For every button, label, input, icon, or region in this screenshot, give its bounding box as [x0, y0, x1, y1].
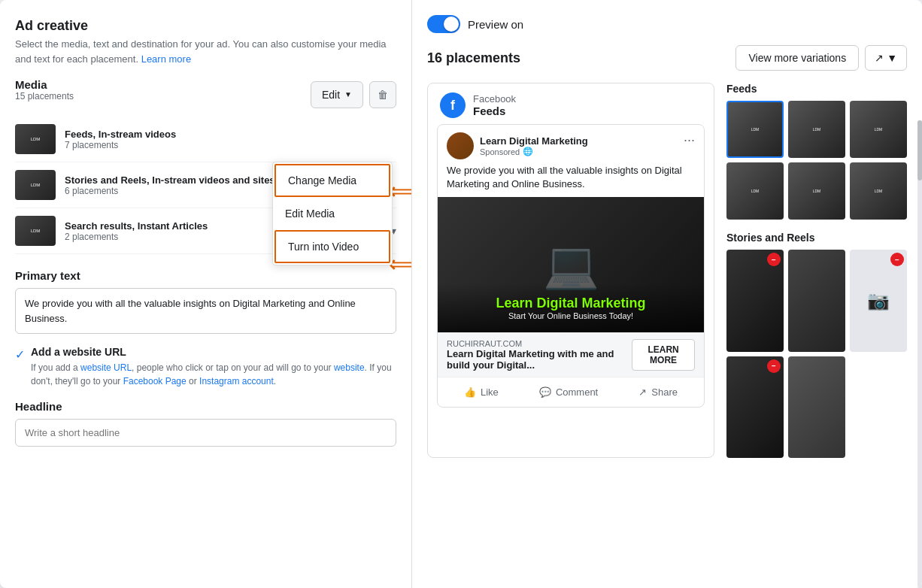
feeds-section-title: Feeds [726, 83, 907, 95]
ad-avatar [447, 132, 474, 159]
left-panel: Ad creative Select the media, text and d… [0, 0, 412, 588]
thumbnail-2[interactable]: LDM [788, 101, 845, 158]
ad-cta-info: RUCHIRRAUT.COM Learn Digital Marketing w… [447, 339, 632, 371]
ad-profile-info: Learn Digital Marketing Sponsored 🌐 [480, 135, 588, 156]
thumbnail-3[interactable]: LDM [850, 101, 907, 158]
stories-thumbnail: LDM [15, 170, 56, 200]
edit-media-item[interactable]: Edit Media [273, 199, 392, 229]
thumbnail-5[interactable]: LDM [788, 162, 845, 220]
media-actions: Edit ▼ 🗑 [311, 81, 396, 108]
ad-profile: Learn Digital Marketing Sponsored 🌐 [447, 132, 588, 159]
fb-feeds-label: Feeds [473, 105, 516, 117]
export-icon: ↗ [875, 52, 884, 64]
ad-image-overlay: Learn Digital Marketing Start Your Onlin… [438, 283, 704, 332]
ad-image: 💻 Learn Digital Marketing Start Your Onl… [438, 197, 704, 332]
story-thumb-inner-2 [788, 250, 845, 352]
placements-count: 16 placements [427, 50, 520, 66]
media-item-feeds: LDM Feeds, In-stream videos 7 placements [15, 117, 396, 162]
preview-content: f Facebook Feeds Learn D [427, 83, 907, 458]
preview-label: Preview on [468, 18, 523, 31]
turn-into-video-item[interactable]: Turn into Video [274, 230, 390, 263]
feeds-thumbnail: LDM [15, 124, 56, 154]
scrollbar-thumb[interactable] [917, 120, 922, 180]
ad-image-subtitle: Start Your Online Business Today! [450, 311, 692, 320]
ad-cta-row: RUCHIRRAUT.COM Learn Digital Marketing w… [438, 332, 704, 377]
website-url-title: Add a website URL [31, 346, 396, 358]
thumbnail-6[interactable]: LDM [850, 162, 907, 220]
chevron-down-icon: ▼ [344, 90, 352, 99]
learn-more-cta-button[interactable]: LEARN MORE [632, 339, 695, 371]
primary-text-box[interactable]: We provide you with all the valuable ins… [15, 288, 396, 334]
ad-cta-title: Learn Digital Marketing with me and buil… [447, 348, 632, 371]
thumbnail-4[interactable]: LDM [726, 162, 784, 220]
story-thumb-instagram[interactable]: − 📷 [850, 250, 907, 352]
search-thumb-image: LDM [15, 216, 56, 246]
story-remove-icon-1[interactable]: − [767, 253, 781, 266]
media-header: Media 15 placements Edit ▼ 🗑 [15, 78, 396, 111]
story-thumb-4[interactable]: − [726, 356, 784, 459]
preview-header: Preview on [427, 15, 907, 33]
feeds-item-placements: 7 placements [65, 140, 396, 150]
website-url-section: ✓ Add a website URL If you add a website… [15, 346, 396, 388]
headline-input[interactable] [15, 419, 396, 447]
trash-icon: 🗑 [378, 89, 388, 101]
ad-actions: 👍 Like 💬 Comment ↗ Share [438, 377, 704, 407]
comment-icon: 💬 [539, 386, 551, 398]
edit-label: Edit [322, 89, 340, 101]
search-thumbnail: LDM [15, 216, 56, 246]
delete-button[interactable]: 🗑 [369, 81, 396, 108]
primary-text-content: We provide you with all the valuable ins… [25, 298, 356, 324]
like-icon: 👍 [464, 386, 476, 398]
globe-icon: 🌐 [523, 147, 533, 156]
story-remove-icon-4[interactable]: − [767, 359, 781, 373]
change-media-item[interactable]: Change Media [274, 164, 390, 197]
ad-creative-desc: Select the media, text and destination f… [15, 37, 396, 66]
checkbox-icon[interactable]: ✓ [15, 347, 25, 362]
thumb-inner-6: LDM [850, 162, 907, 220]
ad-card-header: Learn Digital Marketing Sponsored 🌐 ··· [438, 125, 704, 164]
feeds-item-info: Feeds, In-stream videos 7 placements [65, 129, 396, 150]
thumb-inner-2: LDM [788, 101, 845, 158]
ad-sponsored-label: Sponsored 🌐 [480, 147, 588, 156]
preview-toggle[interactable] [427, 15, 460, 33]
dropdown-menu: Change Media Edit Media Turn into Video [272, 162, 393, 265]
chevron-export-icon: ▼ [887, 52, 897, 64]
thumb-inner-3: LDM [850, 101, 907, 158]
thumb-inner-1: LDM [728, 102, 782, 156]
story-remove-icon-3[interactable]: − [890, 253, 904, 266]
ad-more-button[interactable]: ··· [684, 132, 695, 148]
instagram-icon: 📷 [867, 290, 890, 311]
export-button[interactable]: ↗ ▼ [865, 45, 907, 71]
story-thumb-1[interactable]: − [726, 250, 784, 352]
story-thumb-5[interactable] [788, 356, 845, 459]
primary-text-section: Primary text We provide you with all the… [15, 269, 396, 334]
ad-advertiser-name: Learn Digital Marketing [480, 135, 588, 147]
main-preview: f Facebook Feeds Learn D [427, 83, 714, 458]
fb-labels: Facebook Feeds [473, 93, 516, 117]
story-thumb-2[interactable] [788, 250, 845, 352]
right-panel: Preview on 16 placements View more varia… [412, 0, 922, 588]
edit-button[interactable]: Edit ▼ [311, 81, 363, 108]
headline-section: Headline [15, 400, 396, 447]
scrollbar-track[interactable] [917, 120, 922, 588]
stories-thumb-image: LDM [15, 170, 56, 200]
view-more-button[interactable]: View more variations [735, 45, 859, 71]
facebook-label: Facebook [473, 93, 516, 105]
ad-body-text: We provide you with all the valuable ins… [438, 164, 704, 197]
story-thumb-inner-5 [788, 356, 845, 459]
like-button[interactable]: 👍 Like [458, 383, 505, 401]
primary-text-title: Primary text [15, 269, 396, 282]
placements-row: 16 placements View more variations ↗ ▼ [427, 45, 907, 71]
facebook-logo: f [440, 92, 466, 118]
thumbnail-1[interactable]: LDM [726, 101, 784, 158]
placements-actions: View more variations ↗ ▼ [735, 45, 907, 71]
headline-title: Headline [15, 400, 396, 413]
thumb-inner-5: LDM [788, 162, 845, 220]
comment-button[interactable]: 💬 Comment [533, 383, 604, 401]
learn-more-link[interactable]: Learn more [141, 53, 191, 65]
media-title: Media [15, 78, 74, 91]
toggle-knob [444, 17, 459, 32]
feeds-thumb-image: LDM [15, 124, 56, 154]
share-button[interactable]: ↗ Share [632, 383, 684, 401]
media-placements-count: 15 placements [15, 91, 74, 102]
